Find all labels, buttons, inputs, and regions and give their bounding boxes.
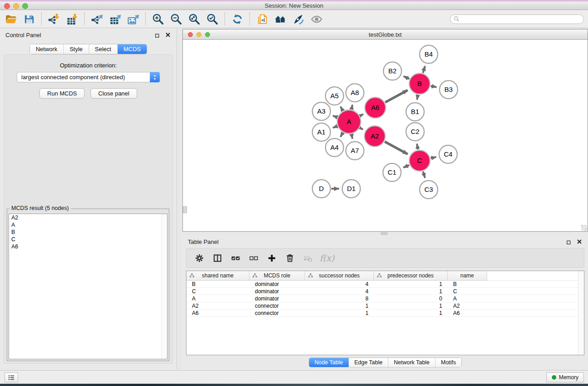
mcds-result-item[interactable]: B xyxy=(9,229,167,236)
edge-A-A8[interactable] xyxy=(352,105,353,109)
zoom-button[interactable] xyxy=(22,3,28,9)
node-B4[interactable]: B4 xyxy=(420,45,438,63)
node-B1[interactable]: B1 xyxy=(406,103,424,121)
table-cell[interactable]: 0 xyxy=(374,295,448,302)
network-close-button[interactable] xyxy=(188,32,193,37)
add-button[interactable] xyxy=(263,250,280,266)
tab-style[interactable]: Style xyxy=(64,44,89,54)
edge-A-A4[interactable] xyxy=(340,133,343,137)
edge-C-C4[interactable] xyxy=(430,157,436,158)
node-B[interactable]: B xyxy=(409,73,430,94)
tab-network-table[interactable]: Network Table xyxy=(388,358,435,367)
column-header-name[interactable]: name xyxy=(448,271,487,281)
edge-A-A2[interactable] xyxy=(360,128,363,130)
network-canvas[interactable]: B4B2BB3A8A5A6A3B1AC2A1A2A4A7C4CC1DD1C3 xyxy=(183,40,588,231)
close-panel-button[interactable] xyxy=(164,32,171,38)
mcds-result-item[interactable]: A6 xyxy=(9,243,167,250)
node-C2[interactable]: C2 xyxy=(406,123,424,141)
column-header-shared-name[interactable]: shared name xyxy=(186,271,249,281)
home-button[interactable] xyxy=(271,11,289,27)
node-A2[interactable]: A2 xyxy=(364,126,385,147)
edge-C-C1[interactable] xyxy=(403,165,409,168)
edge-B-B3[interactable] xyxy=(430,86,436,87)
minimize-button[interactable] xyxy=(13,3,19,9)
node-D[interactable]: D xyxy=(312,180,330,198)
node-B2[interactable]: B2 xyxy=(383,62,402,80)
close-panel-button-mcds[interactable]: Close panel xyxy=(91,88,137,99)
tab-motifs[interactable]: Motifs xyxy=(435,358,461,367)
export-table-button[interactable] xyxy=(106,11,124,27)
tab-node-table[interactable]: Node Table xyxy=(309,358,349,367)
edge-A-A6[interactable] xyxy=(360,114,363,116)
mcds-result-item[interactable]: A2 xyxy=(9,214,167,221)
network-graph[interactable]: B4B2BB3A8A5A6A3B1AC2A1A2A4A7C4CC1DD1C3 xyxy=(183,40,588,231)
node-A5[interactable]: A5 xyxy=(325,87,344,105)
float-panel-button[interactable] xyxy=(154,32,161,38)
search-input[interactable] xyxy=(462,15,580,23)
table-cell[interactable]: A2 xyxy=(186,303,249,309)
table-cell[interactable]: 4 xyxy=(305,281,374,287)
refresh-button[interactable] xyxy=(228,11,246,27)
table-cell[interactable]: connector xyxy=(249,303,305,309)
node-B3[interactable]: B3 xyxy=(440,81,458,99)
table-cell[interactable]: A6 xyxy=(186,310,249,316)
column-header-mcds-role[interactable]: MCDS role xyxy=(249,271,305,281)
network-window-titlebar[interactable]: testGlobe.txt xyxy=(183,29,588,40)
close-button[interactable] xyxy=(4,3,10,9)
network-panel-handle[interactable] xyxy=(183,206,187,213)
network-zoom-button[interactable] xyxy=(205,32,210,37)
table-row[interactable]: A2connector11A2 xyxy=(186,302,584,310)
mcds-result-item[interactable]: A xyxy=(9,221,167,229)
node-C3[interactable]: C3 xyxy=(420,181,438,199)
edge-B-B4[interactable] xyxy=(423,66,425,73)
table-cell[interactable]: 4 xyxy=(305,288,374,295)
table-close-panel-button[interactable] xyxy=(576,238,583,245)
table-cell[interactable]: B xyxy=(448,281,487,287)
node-A3[interactable]: A3 xyxy=(312,102,330,120)
node-A[interactable]: A xyxy=(337,110,361,133)
open-session-button[interactable] xyxy=(2,11,20,27)
select-all-button[interactable] xyxy=(227,250,244,266)
columns-button[interactable] xyxy=(209,250,225,266)
table-cell[interactable]: dominator xyxy=(249,281,305,287)
mcds-list-scrollbar[interactable] xyxy=(161,214,167,359)
column-header-successor-nodes[interactable]: successor nodes xyxy=(305,271,374,281)
column-header-predecessor-nodes[interactable]: predecessor nodes xyxy=(374,271,448,281)
graphics-details-button[interactable] xyxy=(289,11,307,27)
edge-B-B2[interactable] xyxy=(403,76,409,79)
zoom-fit-button[interactable] xyxy=(185,11,203,27)
tab-mcds[interactable]: MCDS xyxy=(118,44,147,54)
table-cell[interactable]: C xyxy=(448,288,487,295)
tab-edge-table[interactable]: Edge Table xyxy=(349,358,388,367)
table-cell[interactable]: 1 xyxy=(374,303,448,309)
import-network-button[interactable] xyxy=(45,11,63,27)
delete-button[interactable] xyxy=(282,250,298,266)
table-scrollbar[interactable] xyxy=(578,271,584,355)
table-cell[interactable]: A xyxy=(448,295,487,302)
edge-B-B1[interactable] xyxy=(417,95,418,100)
network-resize-grip[interactable] xyxy=(581,225,587,231)
zoom-in-button[interactable] xyxy=(149,11,167,27)
node-C[interactable]: C xyxy=(409,150,430,171)
edge-A-A7[interactable] xyxy=(352,134,353,138)
edge-A-A1[interactable] xyxy=(333,126,337,128)
node-A7[interactable]: A7 xyxy=(346,142,364,160)
mcds-result-list[interactable]: A2ABCA6 xyxy=(9,214,167,359)
table-cell[interactable]: C xyxy=(186,288,249,295)
table-float-panel-button[interactable] xyxy=(566,238,573,245)
deselect-all-button[interactable] xyxy=(245,250,262,266)
show-hide-button[interactable] xyxy=(307,11,325,27)
tab-select[interactable]: Select xyxy=(89,44,118,54)
node-A1[interactable]: A1 xyxy=(312,123,330,141)
node-D1[interactable]: D1 xyxy=(342,180,360,198)
table-cell[interactable]: 1 xyxy=(374,310,448,316)
table-cell[interactable]: dominator xyxy=(249,288,305,295)
search-box[interactable] xyxy=(450,14,584,24)
edge-A6-B[interactable] xyxy=(385,90,408,102)
node-A8[interactable]: A8 xyxy=(346,84,364,102)
node-A4[interactable]: A4 xyxy=(325,138,344,157)
task-history-button[interactable] xyxy=(5,372,18,382)
cybrowser-button[interactable] xyxy=(253,11,271,27)
table-cell[interactable]: dominator xyxy=(249,295,305,302)
table-cell[interactable]: 1 xyxy=(374,288,448,295)
